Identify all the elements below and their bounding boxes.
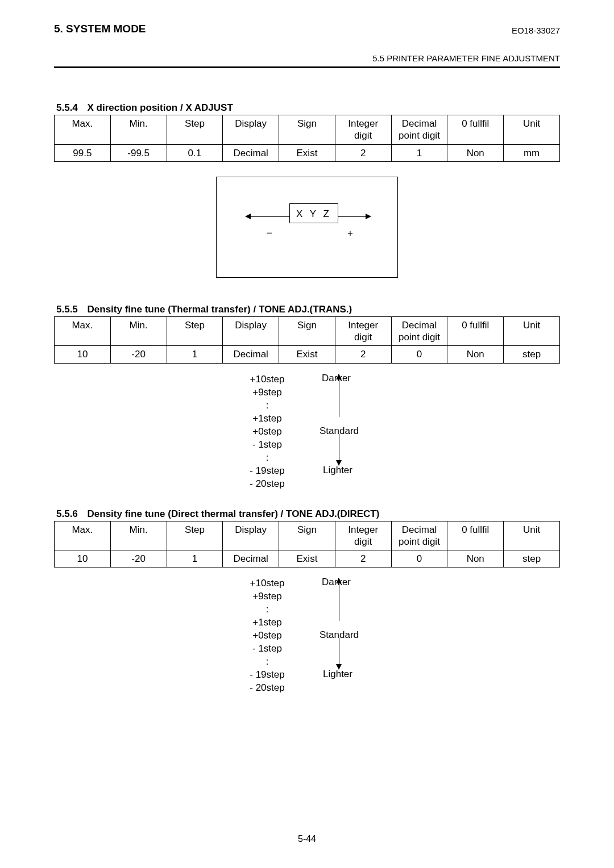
- col-dec: Decimal point digit: [391, 316, 447, 346]
- col-step: Step: [167, 115, 223, 145]
- doc-number: EO18-33027: [512, 26, 560, 35]
- step-item: - 20step: [233, 681, 301, 694]
- col-display: Display: [223, 115, 279, 145]
- step-item: +1step: [233, 616, 301, 629]
- cell: 2: [335, 144, 391, 161]
- step-item: - 19step: [233, 464, 301, 477]
- cell: 0: [391, 550, 447, 567]
- cell: 1: [167, 550, 223, 567]
- heading-556: 5.5.6 Density fine tune (Direct thermal …: [56, 508, 560, 520]
- minus-label: −: [267, 228, 272, 239]
- tone-labels: Darker Standard Lighter: [301, 373, 381, 490]
- sec-num: 5.5.5: [56, 304, 78, 315]
- lighter-label: Lighter: [323, 669, 352, 680]
- tone-steps: +10step +9step : +1step +0step - 1step :…: [233, 577, 301, 694]
- lighter-label: Lighter: [323, 465, 352, 476]
- arrow-right-icon: [366, 214, 371, 219]
- tone-diagram-555: +10step +9step : +1step +0step - 1step :…: [233, 373, 381, 490]
- cell: Decimal: [223, 346, 279, 363]
- sec-text: Density fine tune (Thermal transfer) / T…: [88, 304, 352, 315]
- cell: -20: [110, 346, 167, 363]
- sec-text: Density fine tune (Direct thermal transf…: [88, 508, 380, 519]
- col-min: Min.: [110, 316, 167, 346]
- step-item: :: [233, 399, 301, 412]
- col-min: Min.: [110, 115, 167, 145]
- col-unit: Unit: [504, 521, 560, 550]
- col-int: Integer digit: [335, 115, 391, 145]
- arrow-up-icon: [336, 374, 342, 379]
- sec-num: 5.5.6: [56, 508, 78, 519]
- col-max: Max.: [55, 115, 111, 145]
- col-max: Max.: [55, 316, 111, 346]
- xyz-diagram: X Y Z − +: [216, 177, 398, 278]
- heading-554: 5.5.4 X direction position / X ADJUST: [56, 102, 560, 114]
- col-int: Integer digit: [335, 316, 391, 346]
- cell: 10: [55, 346, 111, 363]
- table-555: Max. Min. Step Display Sign Integer digi…: [54, 316, 560, 364]
- arrow-line: [339, 582, 339, 621]
- step-item: - 1step: [233, 438, 301, 451]
- cell: Exist: [279, 144, 335, 161]
- arrow-line: [339, 638, 339, 665]
- col-full: 0 fullfil: [447, 316, 504, 346]
- arrow-down-icon: [336, 460, 342, 466]
- plus-label: +: [347, 228, 353, 239]
- col-sign: Sign: [279, 316, 335, 346]
- col-full: 0 fullfil: [447, 115, 504, 145]
- cell: Exist: [279, 550, 335, 567]
- cell: 0: [391, 346, 447, 363]
- col-unit: Unit: [504, 316, 560, 346]
- baseline: [289, 223, 338, 223]
- cell: -20: [110, 550, 167, 567]
- divider: [54, 66, 560, 68]
- col-step: Step: [167, 316, 223, 346]
- section-header: 5. SYSTEM MODE: [54, 23, 146, 35]
- cell: Decimal: [223, 144, 279, 161]
- tone-steps: +10step +9step : +1step +0step - 1step :…: [233, 373, 301, 490]
- cell: 99.5: [55, 144, 111, 161]
- arrow-up-icon: [336, 578, 342, 583]
- col-display: Display: [223, 316, 279, 346]
- col-step: Step: [167, 521, 223, 550]
- col-display: Display: [223, 521, 279, 550]
- cell: 1: [391, 144, 447, 161]
- tone-diagram-556: +10step +9step : +1step +0step - 1step :…: [233, 577, 381, 694]
- step-item: - 20step: [233, 477, 301, 490]
- arrow-line: [251, 216, 289, 217]
- arrow-line: [339, 378, 339, 417]
- step-item: +9step: [233, 590, 301, 603]
- col-dec: Decimal point digit: [391, 521, 447, 550]
- table-554: Max. Min. Step Display Sign Integer digi…: [54, 115, 560, 162]
- arrow-left-icon: [245, 214, 251, 219]
- cell: mm: [504, 144, 560, 161]
- page-number: 5-44: [0, 834, 614, 844]
- col-sign: Sign: [279, 521, 335, 550]
- arrow-line: [339, 434, 339, 461]
- xyz-label: X Y Z: [289, 203, 338, 223]
- cell: 0.1: [167, 144, 223, 161]
- sec-text: X direction position / X ADJUST: [88, 102, 233, 113]
- col-sign: Sign: [279, 115, 335, 145]
- cell: -99.5: [110, 144, 167, 161]
- step-item: :: [233, 655, 301, 668]
- cell: Non: [447, 346, 504, 363]
- table-556: Max. Min. Step Display Sign Integer digi…: [54, 521, 560, 568]
- step-item: +10step: [233, 373, 301, 386]
- arrow-line: [338, 216, 367, 217]
- step-item: +0step: [233, 629, 301, 642]
- sec-num: 5.5.4: [56, 102, 78, 113]
- col-max: Max.: [55, 521, 111, 550]
- col-min: Min.: [110, 521, 167, 550]
- arrow-down-icon: [336, 664, 342, 670]
- cell: 10: [55, 550, 111, 567]
- cell: Decimal: [223, 550, 279, 567]
- cell: step: [504, 550, 560, 567]
- col-int: Integer digit: [335, 521, 391, 550]
- tone-labels: Darker Standard Lighter: [301, 577, 381, 694]
- subsection-title: 5.5 PRINTER PARAMETER FINE ADJUSTMENT: [54, 53, 560, 63]
- step-item: +1step: [233, 412, 301, 425]
- col-full: 0 fullfil: [447, 521, 504, 550]
- cell: 2: [335, 550, 391, 567]
- step-item: +9step: [233, 386, 301, 399]
- cell: 2: [335, 346, 391, 363]
